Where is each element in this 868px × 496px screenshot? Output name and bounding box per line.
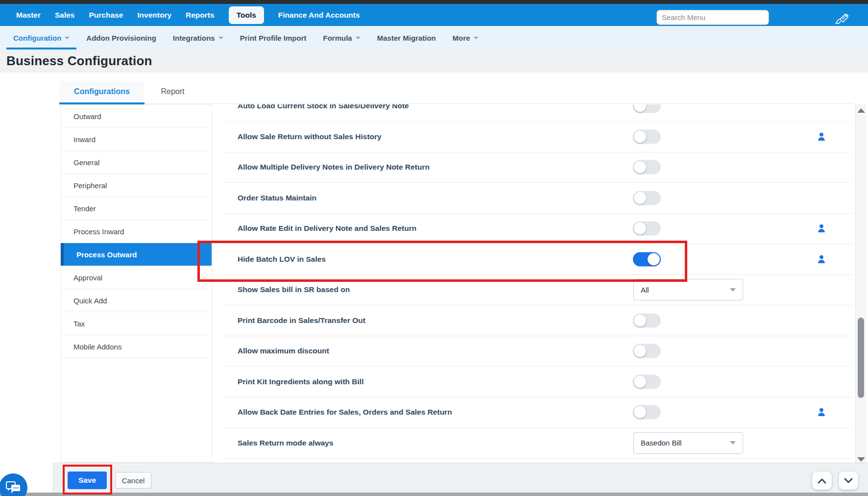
nav-item-tools[interactable]: Tools: [229, 6, 264, 24]
setting-label: Order Status Maintain: [238, 194, 316, 202]
settings-row-sales-return-mode-always: Sales Return mode always Basedon Bill: [224, 428, 852, 459]
setting-label: Show Sales bill in SR based on: [238, 285, 350, 294]
sidebar-item-peripheral[interactable]: Peripheral: [61, 174, 212, 197]
setting-label: Sales Return mode always: [238, 439, 334, 447]
sidebar-item-approval[interactable]: Approval: [61, 266, 212, 289]
sidebar-item-process-outward[interactable]: Process Outward: [61, 243, 212, 266]
sidebar-item-mobile-addons[interactable]: Mobile Addons: [61, 335, 212, 358]
vertical-scrollbar: [855, 104, 866, 466]
toggle-knob: [634, 314, 646, 326]
settings-list: Auto Load Current Stock in Sales/Deliver…: [212, 104, 852, 463]
nav-item-purchase[interactable]: Purchase: [89, 11, 123, 20]
chevron-down-icon: [843, 477, 854, 484]
settings-row-print-kit-ingredients-along-with-bill: Print Kit Ingredients along with Bill: [224, 367, 852, 397]
sidebar-item-inward[interactable]: Inward: [61, 128, 212, 151]
subnav-item-formula[interactable]: Formula: [323, 34, 361, 42]
settings-row-order-status-maintain: Order Status Maintain: [224, 183, 852, 214]
toggle-knob: [634, 406, 646, 419]
subnav-item-more[interactable]: More: [453, 34, 479, 42]
toggle-switch[interactable]: [633, 222, 661, 236]
toggle-knob: [634, 161, 646, 174]
toggle-switch[interactable]: [633, 252, 661, 266]
settings-row-allow-back-date-entries-for-sales-orders-and-sales-return: Allow Back Date Entries for Sales, Order…: [224, 397, 852, 428]
tab-configurations[interactable]: Configurations: [59, 81, 145, 102]
sidebar-item-general[interactable]: General: [61, 151, 212, 174]
user-permission-icon[interactable]: [818, 224, 825, 233]
nav-item-finance-and-accounts[interactable]: Finance And Accounts: [278, 11, 360, 20]
chat-widget-button[interactable]: [0, 473, 27, 496]
settings-row-show-sales-bill-in-sr-based-on: Show Sales bill in SR based on All: [224, 275, 852, 306]
toggle-knob: [634, 130, 646, 143]
toggle-knob: [634, 104, 646, 112]
main-navbar: MasterSalesPurchaseInventoryReportsTools…: [0, 4, 868, 26]
window-bottom-strip: [0, 493, 868, 496]
settings-row-allow-multiple-delivery-notes-in-delivery-note-return: Allow Multiple Delivery Notes in Deliver…: [224, 152, 852, 183]
secondary-navbar: Configuration Addon Provisioning Integra…: [0, 26, 868, 50]
chevron-down-icon: [730, 288, 736, 292]
search-input[interactable]: [656, 10, 769, 25]
tab-report[interactable]: Report: [145, 81, 201, 102]
toggle-knob: [634, 192, 646, 204]
sidebar-item-quick-add[interactable]: Quick Add: [61, 289, 212, 312]
scroll-to-bottom-button[interactable]: [839, 471, 858, 490]
toggle-switch[interactable]: [633, 160, 661, 174]
toggle-switch[interactable]: [633, 405, 661, 420]
subnav-item-addon-provisioning[interactable]: Addon Provisioning: [86, 34, 156, 42]
sidebar-item-outward[interactable]: Outward: [61, 105, 212, 128]
window-top-strip: [0, 0, 868, 4]
toggle-knob: [648, 253, 660, 265]
select-value: All: [641, 286, 730, 294]
user-permission-icon[interactable]: [818, 132, 825, 141]
footer-bar: [53, 463, 868, 493]
setting-label: Allow maximum discount: [238, 347, 329, 355]
subnav-item-integrations[interactable]: Integrations: [173, 34, 223, 42]
chevron-down-icon: [65, 37, 70, 39]
tab-strip: Configurations Report: [0, 73, 868, 104]
user-permission-icon[interactable]: [818, 408, 825, 417]
settings-row-allow-rate-edit-in-delivery-note-and-sales-return: Allow Rate Edit in Delivery Note and Sal…: [224, 214, 852, 245]
sidebar-item-tender[interactable]: Tender: [61, 197, 212, 220]
setting-label: Allow Sale Return without Sales History: [238, 132, 382, 141]
sidebar-item-process-inward[interactable]: Process Inward: [61, 220, 212, 243]
toggle-switch[interactable]: [633, 129, 661, 144]
user-permission-icon[interactable]: [818, 255, 825, 264]
chevron-down-icon: [218, 37, 223, 39]
sidebar-item-tax[interactable]: Tax: [61, 312, 212, 335]
setting-label: Allow Multiple Delivery Notes in Deliver…: [238, 163, 430, 172]
toggle-switch[interactable]: [633, 191, 661, 205]
toggle-switch[interactable]: [633, 374, 661, 389]
scrollbar-down-arrow-icon[interactable]: [857, 457, 865, 462]
toggle-knob: [634, 345, 646, 357]
setting-label: Allow Back Date Entries for Sales, Order…: [238, 408, 452, 417]
title-bar: Business Configuration: [0, 50, 868, 73]
setting-label: Print Kit Ingredients along with Bill: [238, 377, 363, 386]
toggle-switch[interactable]: [633, 313, 661, 327]
nav-item-reports[interactable]: Reports: [186, 11, 215, 20]
chevron-down-icon: [730, 441, 736, 445]
settings-row-hide-batch-lov-in-sales: Hide Batch LOV in Sales: [224, 244, 852, 275]
subnav-item-master-migration[interactable]: Master Migration: [377, 34, 436, 42]
scroll-to-top-button[interactable]: [812, 471, 832, 490]
nav-item-sales[interactable]: Sales: [55, 11, 75, 20]
setting-label: Auto Load Current Stock in Sales/Deliver…: [238, 104, 409, 110]
settings-row-auto-load-current-stock-in-sales-delivery-note: Auto Load Current Stock in Sales/Deliver…: [224, 104, 852, 122]
paint-brush-icon[interactable]: [833, 10, 850, 26]
scrollbar-up-arrow-icon[interactable]: [857, 108, 865, 113]
nav-item-inventory[interactable]: Inventory: [137, 11, 171, 20]
setting-label: Hide Batch LOV in Sales: [238, 255, 326, 264]
nav-item-master[interactable]: Master: [16, 11, 41, 20]
tab-strip-divider: [59, 103, 853, 104]
scrollbar-thumb[interactable]: [858, 318, 864, 398]
subnav-item-print-profile-import[interactable]: Print Profile Import: [240, 34, 307, 42]
settings-row-allow-maximum-discount: Allow maximum discount: [224, 336, 852, 367]
cancel-button[interactable]: Cancel: [115, 472, 151, 489]
subnav-item-configuration[interactable]: Configuration: [13, 34, 70, 42]
select-control[interactable]: Basedon Bill: [633, 432, 743, 454]
secondary-nav-items: Configuration Addon Provisioning Integra…: [0, 26, 868, 50]
chevron-down-icon: [474, 37, 479, 39]
configuration-sidebar: OutwardInwardGeneralPeripheralTenderProc…: [60, 104, 212, 463]
toggle-switch[interactable]: [633, 344, 661, 358]
select-control[interactable]: All: [633, 279, 743, 300]
toggle-switch[interactable]: [633, 104, 661, 113]
save-button[interactable]: Save: [68, 471, 107, 489]
